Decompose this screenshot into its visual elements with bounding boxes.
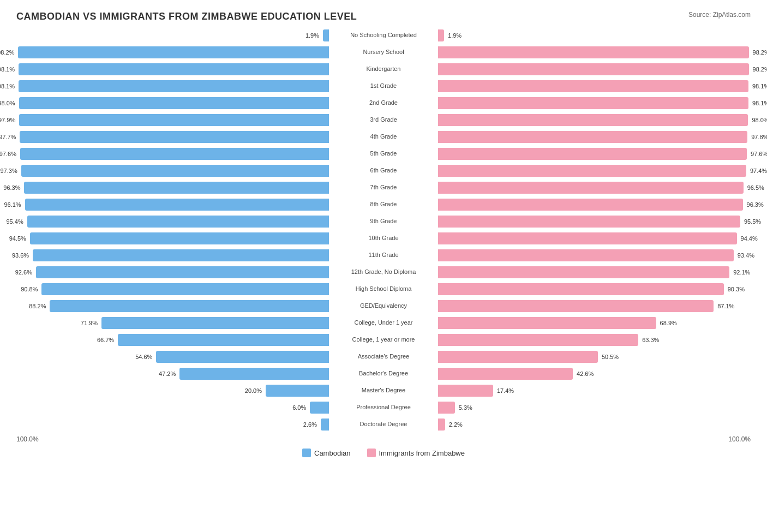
bar-left-6: 97.7% [20,131,329,143]
bar-row: 96.1% 8th Grade 96.3% [16,197,751,212]
left-section: 98.1% [16,80,329,92]
bar-label-15: High School Diploma [329,285,438,292]
bar-label-6: 4th Grade [329,133,438,140]
bar-row: 1.9% No Schooling Completed 1.9% [16,28,751,43]
bar-label-1: Nursery School [329,49,438,56]
left-section: 2.6% [16,419,329,431]
bar-left-14: 92.6% [36,266,329,278]
bar-row: 98.1% 1st Grade 98.1% [16,79,751,94]
right-section: 97.4% [438,165,751,177]
bar-right-16: 87.1% [438,300,714,312]
val-right-13: 93.4% [738,252,754,259]
bar-left-17: 71.9% [101,317,329,329]
val-right-20: 42.6% [577,370,594,377]
val-right-7: 97.6% [751,151,767,157]
left-section: 66.7% [16,334,329,346]
bar-left-11: 95.4% [27,216,329,228]
right-section: 98.2% [438,63,751,75]
val-right-22: 5.3% [459,404,472,411]
right-section: 98.1% [438,80,751,92]
val-left-23: 2.6% [303,421,317,428]
left-section: 93.6% [16,249,329,261]
bar-row: 66.7% College, 1 year or more 63.3% [16,332,751,348]
val-left-12: 94.5% [9,235,26,242]
bar-label-23: Doctorate Degree [329,421,438,428]
left-section: 92.6% [16,266,329,278]
val-left-17: 71.9% [81,320,98,326]
val-right-14: 92.1% [733,269,750,276]
val-right-3: 98.1% [752,83,767,89]
legend-item-right: Immigrants from Zimbabwe [367,449,465,457]
val-right-23: 2.2% [449,421,463,428]
val-left-7: 97.6% [0,151,16,157]
bar-left-3: 98.1% [19,80,329,92]
bar-label-18: College, 1 year or more [329,336,438,343]
left-section: 20.0% [16,385,329,397]
bar-left-12: 94.5% [30,232,329,244]
bar-left-5: 97.9% [19,114,329,126]
left-section: 98.0% [16,97,329,109]
bar-label-17: College, Under 1 year [329,319,438,326]
val-right-9: 96.5% [747,184,764,191]
val-left-15: 90.8% [21,286,38,292]
bar-right-11: 95.5% [438,216,740,228]
bar-left-18: 66.7% [118,334,329,346]
right-section: 2.2% [438,419,751,431]
bar-label-20: Bachelor's Degree [329,370,438,377]
bar-label-3: 1st Grade [329,82,438,89]
bar-right-14: 92.1% [438,266,729,278]
bar-label-14: 12th Grade, No Diploma [329,268,438,276]
val-left-6: 97.7% [0,134,16,140]
source-label: Source: ZipAtlas.com [688,11,751,19]
bar-row: 47.2% Bachelor's Degree 42.6% [16,366,751,381]
bar-row: 90.8% High School Diploma 90.3% [16,282,751,297]
bar-label-8: 6th Grade [329,167,438,174]
bar-right-2: 98.2% [438,63,749,75]
bar-label-11: 9th Grade [329,218,438,225]
bar-label-19: Associate's Degree [329,353,438,360]
val-left-1: 98.2% [0,49,14,56]
bar-label-5: 3rd Grade [329,116,438,123]
val-right-11: 95.5% [744,218,761,225]
left-section: 98.1% [16,63,329,75]
val-left-22: 6.0% [292,404,306,411]
val-right-21: 17.4% [497,387,514,394]
bar-row: 97.6% 5th Grade 97.6% [16,146,751,162]
right-section: 98.1% [438,97,751,109]
val-right-0: 1.9% [448,32,462,39]
right-section: 17.4% [438,385,751,397]
val-right-5: 98.0% [752,117,767,123]
axis-right: 100.0% [728,435,751,443]
bar-row: 6.0% Professional Degree 5.3% [16,400,751,415]
bar-row: 88.2% GED/Equivalency 87.1% [16,298,751,314]
val-right-16: 87.1% [717,303,734,309]
bar-right-1: 98.2% [438,46,749,58]
left-section: 96.1% [16,199,329,211]
left-section: 88.2% [16,300,329,312]
chart-container: CAMBODIAN VS IMMIGRANTS FROM ZIMBABWE ED… [0,0,767,479]
bar-left-9: 96.3% [24,182,329,194]
bar-label-13: 11th Grade [329,252,438,259]
right-section: 97.6% [438,148,751,160]
val-left-4: 98.0% [0,100,15,106]
val-left-5: 97.9% [0,117,15,123]
right-section: 92.1% [438,266,751,278]
bar-row: 98.0% 2nd Grade 98.1% [16,95,751,111]
bar-left-16: 88.2% [50,300,329,312]
val-left-11: 95.4% [6,218,23,225]
bar-left-23: 2.6% [321,419,329,431]
bar-left-2: 98.1% [19,63,329,75]
bar-left-7: 97.6% [20,148,329,160]
val-right-10: 96.3% [747,201,764,208]
bar-label-9: 7th Grade [329,184,438,191]
bar-right-22: 5.3% [438,402,455,414]
val-right-12: 94.4% [741,235,758,242]
legend-label-left: Cambodian [314,449,351,457]
bar-right-15: 90.3% [438,283,724,295]
right-section: 42.6% [438,368,751,380]
left-section: 98.2% [16,46,329,58]
bar-left-0: 1.9% [323,29,329,41]
bar-left-20: 47.2% [179,368,329,380]
left-section: 54.6% [16,351,329,363]
right-section: 94.4% [438,232,751,244]
